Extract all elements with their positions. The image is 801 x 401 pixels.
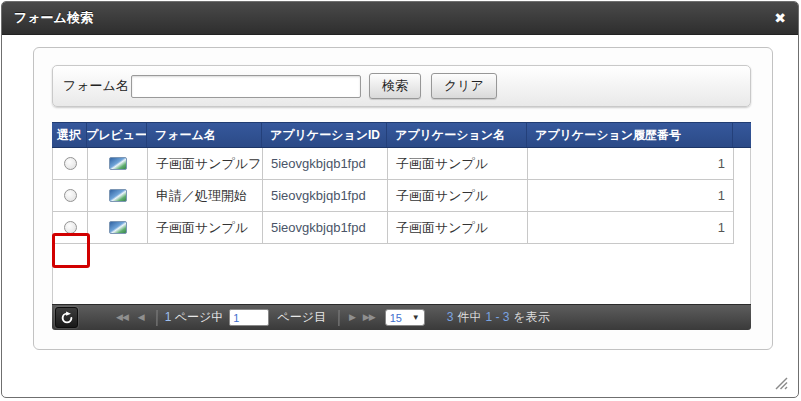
page-number-input[interactable] <box>229 309 269 326</box>
summary-count: 3 <box>447 310 454 324</box>
row-radio[interactable] <box>64 157 77 170</box>
preview-image-icon[interactable] <box>109 221 127 234</box>
preview-image-icon[interactable] <box>109 189 127 202</box>
records-summary: 3件中1 - 3を表示 <box>445 309 552 326</box>
chevron-down-icon: ▼ <box>412 313 420 322</box>
table-row[interactable]: 子画面サンプル 5ieovgkbjqb1fpd 子画面サンプル 1 <box>53 212 734 244</box>
preview-cell <box>88 212 148 243</box>
select-cell <box>53 180 88 211</box>
page-input-label: ページ目 <box>277 309 326 326</box>
app-name-cell: 子画面サンプル <box>388 148 528 179</box>
refresh-icon <box>60 311 74 325</box>
app-id-cell: 5ieovgkbjqb1fpd <box>263 180 388 211</box>
pager-separator <box>338 310 339 326</box>
history-no-cell: 1 <box>528 212 734 243</box>
app-id-cell: 5ieovgkbjqb1fpd <box>263 212 388 243</box>
preview-cell <box>88 180 148 211</box>
table-row[interactable]: 申請／処理開始 5ieovgkbjqb1fpd 子画面サンプル 1 <box>53 180 734 212</box>
search-button[interactable]: 検索 <box>369 73 421 99</box>
per-page-value: 15 <box>390 312 402 324</box>
form-search-dialog: フォーム検索 ✖ フォーム名 検索 クリア 選択 プレビュー フォーム名 アプリ… <box>1 1 799 398</box>
content-panel: フォーム名 検索 クリア 選択 プレビュー フォーム名 アプリケーションID ア… <box>33 47 773 350</box>
resize-grip-icon[interactable] <box>772 374 789 391</box>
row-radio[interactable] <box>64 221 77 234</box>
select-cell <box>53 148 88 179</box>
column-header-form-name[interactable]: フォーム名 <box>147 123 262 147</box>
search-toolbar: フォーム名 検索 クリア <box>52 65 751 107</box>
column-header-select[interactable]: 選択 <box>52 123 87 147</box>
column-header-app-id[interactable]: アプリケーションID <box>262 123 387 147</box>
select-cell <box>53 212 88 243</box>
form-name-cell: 子画面サンプルフォーム <box>148 148 263 179</box>
grid-header-row: 選択 プレビュー フォーム名 アプリケーションID アプリケーション名 アプリケ… <box>52 122 751 148</box>
form-name-label: フォーム名 <box>63 77 129 95</box>
summary-suffix-label: を表示 <box>513 310 549 324</box>
table-row[interactable]: 子画面サンプルフォーム 5ieovgkbjqb1fpd 子画面サンプル 1 <box>53 148 734 180</box>
column-header-history-no[interactable]: アプリケーション履歴番号 <box>527 123 733 147</box>
history-no-cell: 1 <box>528 148 734 179</box>
row-radio[interactable] <box>64 189 77 202</box>
form-name-cell: 子画面サンプル <box>148 212 263 243</box>
summary-range: 1 - 3 <box>485 310 509 324</box>
pages-total-text: 1 ページ中 <box>165 309 224 326</box>
pages-total-label: ページ中 <box>175 310 224 324</box>
app-name-cell: 子画面サンプル <box>388 180 528 211</box>
form-name-cell: 申請／処理開始 <box>148 180 263 211</box>
column-header-app-id-label: アプリケーションID <box>270 127 380 144</box>
grid-body: 子画面サンプルフォーム 5ieovgkbjqb1fpd 子画面サンプル 1 申請… <box>52 148 751 304</box>
last-page-icon[interactable]: ▶▶ <box>363 313 375 322</box>
app-id-cell: 5ieovgkbjqb1fpd <box>263 148 388 179</box>
dialog-title: フォーム検索 <box>14 9 93 27</box>
prev-page-icon[interactable]: ◀ <box>138 313 144 322</box>
dialog-titlebar[interactable]: フォーム検索 ✖ <box>2 2 798 35</box>
pager-separator <box>156 310 157 326</box>
column-header-app-name[interactable]: アプリケーション名 <box>387 123 527 147</box>
preview-image-icon[interactable] <box>109 157 127 170</box>
pager-toolbar: ◀◀ ◀ 1 ページ中 ページ目 ▶ ▶▶ 15 ▼ 3件中1 - 3を表示 <box>52 304 751 330</box>
next-page-icon[interactable]: ▶ <box>349 313 355 322</box>
preview-cell <box>88 148 148 179</box>
close-icon[interactable]: ✖ <box>774 9 786 27</box>
per-page-select[interactable]: 15 ▼ <box>385 309 425 326</box>
clear-button[interactable]: クリア <box>431 73 497 99</box>
pages-total-number: 1 <box>165 310 172 324</box>
results-grid: 選択 プレビュー フォーム名 アプリケーションID アプリケーション名 アプリケ… <box>52 122 751 330</box>
refresh-button[interactable] <box>55 307 78 328</box>
app-name-cell: 子画面サンプル <box>388 212 528 243</box>
form-name-input[interactable] <box>131 75 361 98</box>
summary-mid-label: 件中 <box>457 310 481 324</box>
column-header-preview[interactable]: プレビュー <box>87 123 147 147</box>
first-page-icon[interactable]: ◀◀ <box>116 313 128 322</box>
header-scrollbar-spacer <box>733 123 751 147</box>
history-no-cell: 1 <box>528 180 734 211</box>
